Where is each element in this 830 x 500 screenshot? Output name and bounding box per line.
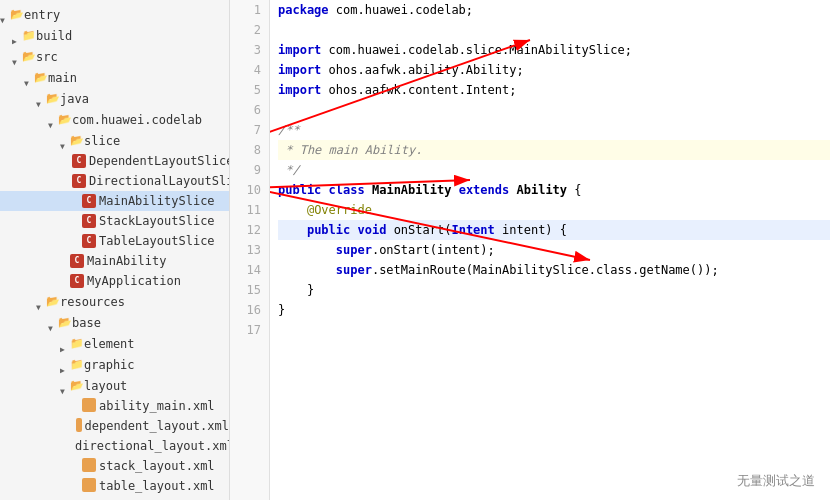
line-number: 8 <box>230 140 269 160</box>
tree-item-graphic[interactable]: graphic <box>0 354 229 375</box>
line-number: 5 <box>230 80 269 100</box>
tree-item-label: MainAbility <box>87 252 166 270</box>
code-line[interactable]: } <box>278 280 830 300</box>
tree-item-label: DependentLayoutSlice <box>89 152 230 170</box>
tree-item-base[interactable]: base <box>0 312 229 333</box>
folder-icon <box>70 334 84 353</box>
code-line[interactable]: package com.huawei.codelab; <box>278 0 830 20</box>
line-number: 11 <box>230 200 269 220</box>
code-line[interactable]: * The main Ability. <box>278 140 830 160</box>
tree-item-label: StackLayoutSlice <box>99 212 215 230</box>
tree-item-MainAbility[interactable]: CMainAbility <box>0 251 229 271</box>
tree-item-label: MyApplication <box>87 272 181 290</box>
code-line[interactable]: public void onStart(Intent intent) { <box>278 220 830 240</box>
folder-icon <box>70 376 84 395</box>
code-line[interactable]: } <box>278 300 830 320</box>
line-number: 3 <box>230 40 269 60</box>
line-number: 14 <box>230 260 269 280</box>
tree-item-label: slice <box>84 132 120 150</box>
line-number: 4 <box>230 60 269 80</box>
code-line[interactable]: /** <box>278 120 830 140</box>
tree-item-label: TableLayoutSlice <box>99 232 215 250</box>
tree-item-layout[interactable]: layout <box>0 375 229 396</box>
java-file-icon: C <box>82 234 96 248</box>
code-line[interactable]: */ <box>278 160 830 180</box>
java-file-icon: C <box>72 154 86 168</box>
tree-item-element[interactable]: element <box>0 333 229 354</box>
tree-item-label: MainAbilitySlice <box>99 192 215 210</box>
tree-item-java[interactable]: java <box>0 88 229 109</box>
tree-item-DirectionalLayoutSlice[interactable]: CDirectionalLayoutSlice <box>0 171 229 191</box>
tree-item-resources[interactable]: resources <box>0 291 229 312</box>
tree-item-slice[interactable]: slice <box>0 130 229 151</box>
folder-icon <box>34 68 48 87</box>
tree-item-DependentLayoutSlice[interactable]: CDependentLayoutSlice <box>0 151 229 171</box>
tree-item-entry[interactable]: entry <box>0 4 229 25</box>
line-number: 7 <box>230 120 269 140</box>
line-number: 12 <box>230 220 269 240</box>
folder-icon <box>70 355 84 374</box>
tree-item-directional_layout.xml[interactable]: directional_layout.xml <box>0 436 229 456</box>
watermark: 无量测试之道 <box>737 472 815 490</box>
code-line[interactable]: import ohos.aafwk.content.Intent; <box>278 80 830 100</box>
tree-item-main[interactable]: main <box>0 67 229 88</box>
tree-item-label: graphic <box>84 356 135 374</box>
tree-item-label: directional_layout.xml <box>75 437 230 455</box>
line-number: 16 <box>230 300 269 320</box>
tree-item-ability_main.xml[interactable]: ability_main.xml <box>0 396 229 416</box>
tree-item-table_layout.xml[interactable]: table_layout.xml <box>0 476 229 496</box>
folder-icon <box>22 47 36 66</box>
tree-item-com.huawei.codelab[interactable]: com.huawei.codelab <box>0 109 229 130</box>
chevron-down-icon <box>36 297 46 307</box>
tree-item-MainAbilitySlice[interactable]: CMainAbilitySlice <box>0 191 229 211</box>
tree-item-label: src <box>36 48 58 66</box>
chevron-down-icon <box>48 318 58 328</box>
tree-item-dependent_layout.xml[interactable]: dependent_layout.xml <box>0 416 229 436</box>
code-content: 1234567891011121314151617 package com.hu… <box>230 0 830 500</box>
tree-item-StackLayoutSlice[interactable]: CStackLayoutSlice <box>0 211 229 231</box>
line-number: 6 <box>230 100 269 120</box>
folder-icon <box>58 110 72 129</box>
code-line[interactable] <box>278 320 830 340</box>
chevron-right-icon <box>12 31 22 41</box>
main-container: entrybuildsrcmainjavacom.huawei.codelabs… <box>0 0 830 500</box>
tree-item-label: entry <box>24 6 60 24</box>
tree-item-media[interactable]: media <box>0 496 229 500</box>
tree-item-label: layout <box>84 377 127 395</box>
tree-item-label: stack_layout.xml <box>99 457 215 475</box>
line-number: 15 <box>230 280 269 300</box>
code-line[interactable]: super.onStart(intent); <box>278 240 830 260</box>
chevron-down-icon <box>48 115 58 125</box>
code-line[interactable]: super.setMainRoute(MainAbilitySlice.clas… <box>278 260 830 280</box>
code-lines[interactable]: package com.huawei.codelab; import com.h… <box>270 0 830 500</box>
chevron-down-icon <box>36 94 46 104</box>
chevron-down-icon <box>24 73 34 83</box>
chevron-right-icon <box>60 339 70 349</box>
code-line[interactable] <box>278 100 830 120</box>
line-number: 17 <box>230 320 269 340</box>
tree-item-label: main <box>48 69 77 87</box>
code-line[interactable]: import com.huawei.codelab.slice.MainAbil… <box>278 40 830 60</box>
code-line[interactable]: @Override <box>278 200 830 220</box>
tree-item-label: base <box>72 314 101 332</box>
java-file-icon: C <box>70 274 84 288</box>
code-line[interactable]: import ohos.aafwk.ability.Ability; <box>278 60 830 80</box>
tree-item-build[interactable]: build <box>0 25 229 46</box>
tree-item-label: build <box>36 27 72 45</box>
tree-item-label: element <box>84 335 135 353</box>
tree-item-stack_layout.xml[interactable]: stack_layout.xml <box>0 456 229 476</box>
line-number: 9 <box>230 160 269 180</box>
tree-item-TableLayoutSlice[interactable]: CTableLayoutSlice <box>0 231 229 251</box>
code-editor: 1234567891011121314151617 package com.hu… <box>230 0 830 500</box>
java-file-icon: C <box>82 214 96 228</box>
tree-item-MyApplication[interactable]: CMyApplication <box>0 271 229 291</box>
chevron-down-icon <box>0 10 10 20</box>
tree-item-label: java <box>60 90 89 108</box>
code-line[interactable] <box>278 20 830 40</box>
code-line[interactable]: public class MainAbility extends Ability… <box>278 180 830 200</box>
chevron-down-icon <box>60 136 70 146</box>
tree-item-src[interactable]: src <box>0 46 229 67</box>
folder-icon <box>22 26 36 45</box>
java-file-icon: C <box>70 254 84 268</box>
tree-item-label: dependent_layout.xml <box>85 417 230 435</box>
